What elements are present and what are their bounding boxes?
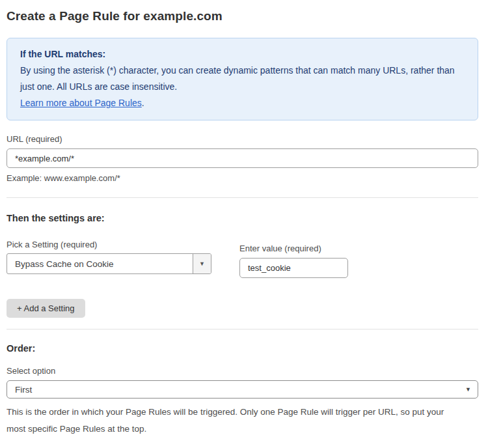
info-box-link-line: Learn more about Page Rules. bbox=[20, 95, 465, 111]
divider bbox=[7, 197, 478, 198]
url-field-label: URL (required) bbox=[7, 134, 478, 144]
setting-select[interactable]: Bypass Cache on Cookie ▼ bbox=[7, 253, 211, 274]
pick-setting-label: Pick a Setting (required) bbox=[7, 240, 211, 249]
order-select-value: First bbox=[15, 385, 32, 395]
divider bbox=[7, 329, 478, 329]
learn-more-link[interactable]: Learn more about Page Rules bbox=[20, 98, 142, 108]
chevron-down-icon: ▼ bbox=[465, 386, 471, 393]
enter-value-label: Enter value (required) bbox=[239, 244, 348, 253]
order-helper-text: This is the order in which your Page Rul… bbox=[7, 404, 462, 438]
enter-value-column: Enter value (required) bbox=[239, 244, 348, 278]
setting-select-arrow-button[interactable]: ▼ bbox=[193, 254, 211, 273]
settings-section-heading: Then the settings are: bbox=[7, 213, 478, 223]
url-matches-info-box: If the URL matches: By using the asteris… bbox=[7, 38, 478, 120]
setting-value-input[interactable] bbox=[239, 258, 348, 278]
order-section-heading: Order: bbox=[7, 343, 478, 354]
order-select-label: Select option bbox=[7, 366, 478, 376]
order-select[interactable]: First ▼ bbox=[7, 380, 478, 399]
url-input[interactable] bbox=[7, 148, 478, 168]
setting-select-value: Bypass Cache on Cookie bbox=[7, 254, 193, 273]
add-setting-button[interactable]: + Add a Setting bbox=[7, 299, 85, 318]
create-page-rule-form: Create a Page Rule for example.com If th… bbox=[0, 0, 488, 448]
pick-setting-column: Pick a Setting (required) Bypass Cache o… bbox=[7, 240, 211, 274]
link-period: . bbox=[142, 98, 144, 108]
chevron-down-icon: ▼ bbox=[199, 260, 205, 267]
info-box-body: By using the asterisk (*) character, you… bbox=[20, 63, 465, 95]
page-title: Create a Page Rule for example.com bbox=[7, 9, 478, 23]
url-example-helper: Example: www.example.com/* bbox=[7, 173, 478, 183]
settings-row: Pick a Setting (required) Bypass Cache o… bbox=[7, 240, 478, 278]
info-box-heading: If the URL matches: bbox=[20, 46, 465, 63]
